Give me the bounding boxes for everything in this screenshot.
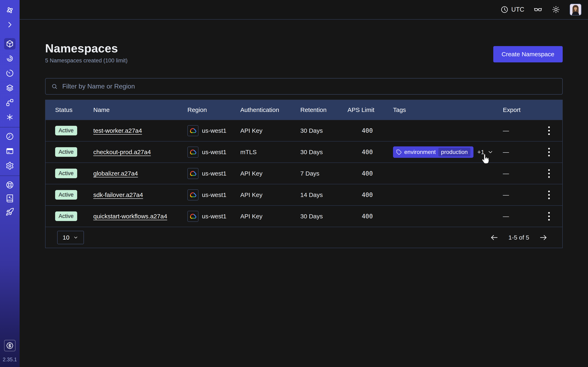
theme-toggle-button[interactable] bbox=[552, 5, 560, 14]
aps-limit-cell: 400 bbox=[347, 213, 393, 220]
chevron-down-icon bbox=[487, 149, 493, 155]
region-cell: us-west1 bbox=[187, 147, 240, 158]
tags-expand-button[interactable] bbox=[487, 149, 493, 155]
table-header: StatusNameRegionAuthenticationRetentionA… bbox=[45, 100, 562, 120]
version-label: 2.35.1 bbox=[3, 357, 17, 363]
tag-pill[interactable]: environmentproduction bbox=[393, 146, 474, 158]
prev-page-button[interactable] bbox=[490, 233, 499, 242]
sidebar-group bbox=[0, 4, 20, 30]
user-avatar[interactable] bbox=[570, 4, 581, 16]
sidebar-item-asterisk[interactable] bbox=[4, 111, 16, 123]
retention-cell: 14 Days bbox=[300, 192, 347, 198]
status-badge: Active bbox=[55, 147, 77, 157]
sidebar-item-rocket[interactable] bbox=[4, 206, 16, 217]
page-range-label: 1-5 of 5 bbox=[508, 234, 529, 241]
row-menu-button[interactable] bbox=[546, 146, 552, 158]
topbar: UTC bbox=[20, 0, 588, 20]
sidebar-item-spiral[interactable] bbox=[4, 53, 16, 64]
column-header-aps-limit: APS Limit bbox=[347, 106, 393, 113]
sidebar-item-lifebuoy[interactable] bbox=[4, 179, 16, 191]
sidebar-item-cube[interactable] bbox=[4, 38, 16, 50]
gcp-cloud-icon bbox=[187, 147, 199, 158]
auth-cell: mTLS bbox=[240, 149, 300, 156]
sidebar-divider bbox=[0, 175, 20, 176]
namespace-link[interactable]: test-worker.a27a4 bbox=[93, 127, 142, 134]
region-cell: us-west1 bbox=[187, 211, 240, 222]
column-header-tags: Tags bbox=[393, 106, 503, 113]
timezone-label: UTC bbox=[511, 6, 524, 13]
gcp-cloud-icon bbox=[187, 125, 199, 136]
sidebar-item-temporal-logo[interactable] bbox=[4, 4, 16, 16]
sidebar-item-chevron-right[interactable] bbox=[4, 19, 16, 30]
table-footer: 10 1-5 of 5 bbox=[45, 227, 562, 248]
export-cell: — bbox=[503, 149, 536, 156]
table-row: Activeglobalizer.a27a4us-west1API Key7 D… bbox=[45, 162, 562, 184]
region-label: us-west1 bbox=[202, 213, 226, 220]
sidebar-item-workflow[interactable] bbox=[4, 97, 16, 108]
gear-icon bbox=[6, 161, 14, 170]
page-size-value: 10 bbox=[63, 234, 69, 241]
sidebar-item-timer[interactable] bbox=[4, 67, 16, 79]
retention-cell: 30 Days bbox=[300, 149, 347, 156]
timezone-button[interactable]: UTC bbox=[501, 6, 524, 14]
row-menu-button[interactable] bbox=[546, 189, 552, 201]
chevron-down-icon bbox=[73, 235, 78, 240]
aps-limit-cell: 400 bbox=[347, 127, 393, 134]
next-page-button[interactable] bbox=[539, 233, 548, 242]
page-size-select[interactable]: 10 bbox=[57, 231, 84, 244]
namespace-link[interactable]: sdk-failover.a27a4 bbox=[93, 192, 143, 198]
namespace-link[interactable]: globalizer.a27a4 bbox=[93, 170, 138, 177]
temporal-logo-icon bbox=[6, 6, 14, 15]
retention-cell: 7 Days bbox=[300, 170, 347, 177]
tag-icon bbox=[396, 149, 402, 155]
column-header-status: Status bbox=[55, 106, 93, 113]
region-label: us-west1 bbox=[202, 127, 226, 134]
row-menu-button[interactable] bbox=[546, 167, 552, 180]
gcp-cloud-icon bbox=[187, 168, 199, 179]
column-header-export: Export bbox=[503, 106, 536, 113]
region-cell: us-west1 bbox=[187, 189, 240, 200]
row-menu-button[interactable] bbox=[546, 210, 552, 223]
book-sparkles-icon bbox=[6, 194, 14, 203]
sun-icon bbox=[552, 5, 560, 14]
sidebar-item-card[interactable] bbox=[4, 145, 16, 157]
sidebar: 2.35.1 bbox=[0, 0, 20, 367]
sidebar-item-layers[interactable] bbox=[4, 82, 16, 94]
aps-limit-cell: 400 bbox=[347, 170, 393, 177]
retention-cell: 30 Days bbox=[300, 213, 347, 220]
auth-cell: API Key bbox=[240, 127, 300, 134]
tag-overflow-count: +1 bbox=[477, 149, 484, 156]
column-header-region: Region bbox=[187, 106, 240, 113]
region-cell: us-west1 bbox=[187, 125, 240, 136]
tag-value: production bbox=[438, 148, 470, 156]
table-row: Activequickstart-workflows.a27a4us-west1… bbox=[45, 205, 562, 227]
column-header-authentication: Authentication bbox=[240, 106, 300, 113]
column-header-retention: Retention bbox=[300, 106, 347, 113]
sidebar-item-book-sparkles[interactable] bbox=[4, 193, 16, 204]
status-badge: Active bbox=[55, 190, 77, 200]
row-menu-button[interactable] bbox=[546, 124, 552, 137]
auth-cell: API Key bbox=[240, 170, 300, 177]
region-label: us-west1 bbox=[202, 149, 226, 156]
aps-limit-cell: 400 bbox=[347, 191, 393, 198]
card-icon bbox=[6, 147, 14, 155]
sidebar-item-gear[interactable] bbox=[4, 160, 16, 171]
sidebar-nav bbox=[0, 0, 20, 217]
create-namespace-button[interactable]: Create Namespace bbox=[493, 46, 563, 62]
namespace-link[interactable]: quickstart-workflows.a27a4 bbox=[93, 213, 167, 220]
search-icon bbox=[51, 83, 58, 90]
sidebar-item-gauge[interactable] bbox=[4, 131, 16, 142]
region-label: us-west1 bbox=[202, 192, 226, 198]
region-label: us-west1 bbox=[202, 170, 226, 177]
aps-limit-cell: 400 bbox=[347, 149, 393, 156]
glasses-icon bbox=[534, 5, 542, 14]
filter-input[interactable] bbox=[62, 83, 557, 90]
page-subtitle: 5 Namespaces created (100 limit) bbox=[45, 58, 128, 64]
usage-credits-button[interactable] bbox=[4, 340, 16, 351]
region-cell: us-west1 bbox=[187, 168, 240, 179]
export-cell: — bbox=[503, 170, 536, 177]
sidebar-divider bbox=[0, 127, 20, 127]
reader-mode-button[interactable] bbox=[534, 5, 542, 14]
spiral-icon bbox=[6, 54, 14, 63]
namespace-link[interactable]: checkout-prod.a27a4 bbox=[93, 149, 151, 156]
